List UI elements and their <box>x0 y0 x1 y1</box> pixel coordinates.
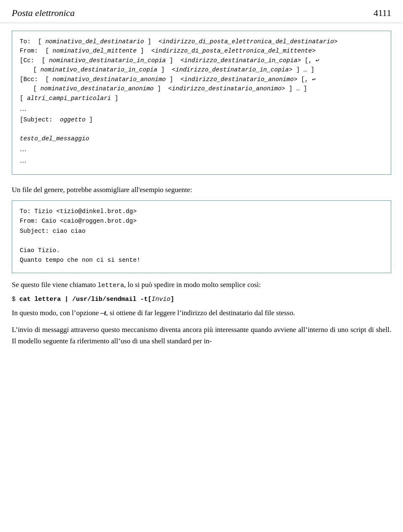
template-ellipsis-3: … <box>20 155 383 166</box>
prose-p2-after: , si ottiene di far leggere l’indirizzo … <box>106 309 295 317</box>
prose-p3: L’invio di messaggi attraverso questo me… <box>12 324 391 347</box>
prose-p2-option: –t <box>101 309 106 317</box>
template-ellipsis-1: … <box>20 104 383 114</box>
email-template-box: To: [ nominativo_del_destinatario ] <ind… <box>12 31 391 175</box>
example-line-body: Quanto tempo che non ci si sente! <box>20 255 383 265</box>
example-line-greeting: Ciao Tizio. <box>20 246 383 255</box>
template-line-4: [ nominativo_destinatario_in_copia ] <in… <box>20 65 383 74</box>
template-line-subject: [Subject: oggetto ] <box>20 115 383 124</box>
prose-p1: Se questo file viene chiamato lettera, l… <box>12 279 391 291</box>
dollar-sign: $ <box>12 296 19 303</box>
prose-intro-text: Un file del genere, potrebbe assomigliar… <box>12 186 192 194</box>
template-line-3: [Cc: [ nominativo_destinatario_in_copia … <box>20 56 383 65</box>
template-line-2: From: [ nominativo_del_mittente ] <indir… <box>20 46 383 55</box>
prose-intro: Un file del genere, potrebbe assomigliar… <box>12 184 391 195</box>
template-ellipsis-2: … <box>20 144 383 155</box>
cmd-bracket-close: ] <box>170 296 174 303</box>
prose-p2-before: In questo modo, con l’opzione <box>12 309 101 317</box>
page-title: Posta elettronica <box>12 8 75 18</box>
example-email-box: To: Tizio <tizio@dinkel.brot.dg> From: C… <box>12 200 391 273</box>
prose-p2: In questo modo, con l’opzione –t, si ott… <box>12 307 391 319</box>
page-number: 4111 <box>374 8 391 18</box>
prose-p1-after: , lo si può spedire in modo molto sempli… <box>124 281 261 289</box>
template-line-body: testo_del_messaggio <box>20 134 383 143</box>
template-line-1: To: [ nominativo_del_destinatario ] <ind… <box>20 37 383 46</box>
command-text: cat lettera | /usr/lib/sendmail -t <box>19 296 148 303</box>
prose-p1-code: lettera <box>97 282 124 289</box>
cmd-invio: Invio <box>152 296 170 303</box>
template-line-5: [Bcc: [ nominativo_destinatario_anonimo … <box>20 75 383 84</box>
template-line-6: [ nominativo_destinatario_anonimo ] <ind… <box>20 84 383 93</box>
prose-p1-before: Se questo file viene chiamato <box>12 281 97 289</box>
example-line-from: From: Caio <caio@roggen.brot.dg> <box>20 216 383 226</box>
main-content: To: [ nominativo_del_destinatario ] <ind… <box>0 23 403 359</box>
example-line-to: To: Tizio <tizio@dinkel.brot.dg> <box>20 207 383 216</box>
example-line-subject: Subject: ciao ciao <box>20 226 383 236</box>
command-line: $ cat lettera | /usr/lib/sendmail -t[Inv… <box>12 296 391 303</box>
prose-p3-text: L’invio di messaggi attraverso questo me… <box>12 326 391 345</box>
template-line-7: [ altri_campi_particolari ] <box>20 94 383 103</box>
cmd-bracket-open: [ <box>148 296 152 303</box>
page-header: Posta elettronica 4111 <box>0 0 403 23</box>
